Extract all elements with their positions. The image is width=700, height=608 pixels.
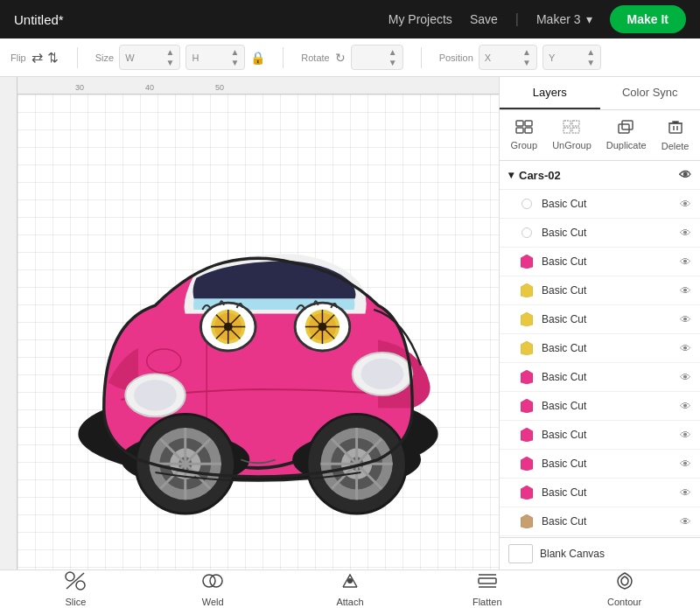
ruler-tick-50: 50 bbox=[215, 83, 224, 92]
width-stepper[interactable]: ▲▼ bbox=[166, 47, 175, 67]
top-nav: Untitled* My Projects Save | Maker 3 ▾ M… bbox=[0, 0, 700, 38]
layer-icon-1 bbox=[519, 196, 535, 212]
svg-rect-44 bbox=[516, 128, 523, 133]
layer-name-11: Basic Cut bbox=[542, 486, 673, 499]
x-stepper[interactable]: ▲▼ bbox=[522, 47, 531, 67]
width-input[interactable] bbox=[135, 52, 166, 64]
canvas-area[interactable]: 30 40 50 bbox=[0, 77, 499, 570]
y-label: Y bbox=[549, 52, 555, 63]
tab-layers[interactable]: Layers bbox=[500, 77, 600, 109]
weld-tool[interactable]: Weld bbox=[186, 571, 239, 607]
layer-row[interactable]: Basic Cut 👁 bbox=[500, 363, 700, 392]
height-stepper[interactable]: ▲▼ bbox=[230, 47, 239, 67]
layer-eye-8[interactable]: 👁 bbox=[680, 400, 691, 413]
contour-label: Contour bbox=[607, 597, 641, 607]
svg-rect-46 bbox=[564, 121, 570, 126]
maker-select[interactable]: Maker 3 ▾ bbox=[536, 12, 592, 26]
blank-canvas-label: Blank Canvas bbox=[540, 548, 605, 560]
x-label: X bbox=[485, 52, 491, 63]
layer-eye-4[interactable]: 👁 bbox=[680, 284, 691, 297]
layer-row[interactable]: Basic Cut 👁 bbox=[500, 507, 700, 536]
delete-button[interactable]: Delete bbox=[656, 117, 695, 153]
flatten-icon bbox=[477, 571, 498, 595]
layer-eye-12[interactable]: 👁 bbox=[680, 515, 691, 528]
weld-label: Weld bbox=[202, 597, 224, 607]
svg-point-57 bbox=[210, 575, 222, 587]
svg-rect-45 bbox=[525, 128, 532, 133]
layer-eye-7[interactable]: 👁 bbox=[680, 371, 691, 384]
svg-point-16 bbox=[318, 323, 327, 332]
lock-icon[interactable]: 🔒 bbox=[250, 51, 265, 65]
slice-tool[interactable]: Slice bbox=[49, 571, 102, 607]
vertical-ruler bbox=[0, 77, 18, 570]
layer-eye-5[interactable]: 👁 bbox=[680, 313, 691, 326]
car-illustration bbox=[52, 147, 464, 549]
group-eye-icon[interactable]: 👁 bbox=[679, 168, 691, 182]
sep3 bbox=[421, 47, 422, 68]
layer-row[interactable]: Basic Cut 👁 bbox=[500, 190, 700, 219]
flatten-tool[interactable]: Flatten bbox=[461, 571, 514, 607]
tab-color-sync[interactable]: Color Sync bbox=[600, 77, 701, 109]
layer-name-12: Basic Cut bbox=[542, 515, 673, 528]
x-input[interactable] bbox=[491, 52, 522, 64]
layer-eye-2[interactable]: 👁 bbox=[680, 227, 691, 240]
canvas-grid bbox=[18, 94, 499, 570]
svg-rect-60 bbox=[479, 578, 496, 584]
ungroup-button[interactable]: UnGroup bbox=[547, 118, 597, 152]
layer-eye-11[interactable]: 👁 bbox=[680, 486, 691, 500]
nav-links: My Projects Save | Maker 3 ▾ Make It bbox=[388, 5, 686, 33]
layer-name-6: Basic Cut bbox=[542, 342, 673, 354]
layer-eye-9[interactable]: 👁 bbox=[680, 429, 691, 442]
layer-icon-4 bbox=[519, 283, 535, 298]
layer-eye-1[interactable]: 👁 bbox=[680, 198, 691, 211]
svg-point-19 bbox=[361, 359, 404, 389]
layer-row[interactable]: Basic Cut 👁 bbox=[500, 421, 700, 450]
sep1 bbox=[77, 47, 78, 68]
layer-row[interactable]: Basic Cut 👁 bbox=[500, 392, 700, 421]
layer-row[interactable]: Basic Cut 👁 bbox=[500, 334, 700, 363]
save-button[interactable]: Save bbox=[470, 12, 498, 26]
height-input[interactable] bbox=[199, 52, 230, 64]
svg-rect-43 bbox=[525, 121, 532, 126]
layer-name-4: Basic Cut bbox=[542, 284, 673, 297]
attach-tool[interactable]: Attach bbox=[324, 571, 376, 607]
make-it-button[interactable]: Make It bbox=[610, 5, 686, 33]
svg-rect-49 bbox=[572, 128, 579, 133]
group-chevron-icon[interactable]: ▾ bbox=[508, 169, 514, 181]
delete-label: Delete bbox=[662, 141, 690, 151]
rotate-stepper[interactable]: ▲▼ bbox=[388, 47, 397, 67]
rotate-input[interactable] bbox=[357, 52, 388, 64]
layers-section: ▾ Cars-02 👁 Basic Cut 👁 Basic Cut 👁 Basi… bbox=[500, 161, 700, 537]
layer-row[interactable]: Basic Cut 👁 bbox=[500, 276, 700, 305]
svg-point-9 bbox=[224, 323, 233, 332]
y-input[interactable] bbox=[555, 52, 586, 64]
layer-row[interactable]: Basic Cut 👁 bbox=[500, 219, 700, 248]
flip-h-icon[interactable]: ⇄ bbox=[32, 49, 43, 66]
position-group: Position X ▲▼ Y ▲▼ bbox=[439, 45, 602, 70]
layer-row[interactable]: Basic Cut 👁 bbox=[500, 536, 700, 537]
group-header: ▾ Cars-02 👁 bbox=[500, 161, 700, 190]
layer-row[interactable]: Basic Cut 👁 bbox=[500, 479, 700, 507]
layer-row[interactable]: Basic Cut 👁 bbox=[500, 305, 700, 334]
flip-v-icon[interactable]: ⇄ bbox=[46, 52, 62, 63]
y-stepper[interactable]: ▲▼ bbox=[586, 47, 595, 67]
layer-eye-3[interactable]: 👁 bbox=[680, 255, 691, 269]
layer-icon-3 bbox=[519, 254, 535, 269]
duplicate-button[interactable]: Duplicate bbox=[601, 118, 652, 152]
svg-rect-51 bbox=[619, 124, 629, 133]
rotate-icon: ↻ bbox=[335, 51, 346, 65]
ruler-tick-40: 40 bbox=[145, 83, 154, 92]
my-projects-link[interactable]: My Projects bbox=[388, 12, 452, 26]
contour-tool[interactable]: Contour bbox=[598, 571, 651, 607]
layer-name-3: Basic Cut bbox=[542, 255, 673, 268]
layer-name-7: Basic Cut bbox=[542, 371, 673, 383]
layer-row[interactable]: Basic Cut 👁 bbox=[500, 450, 700, 479]
blank-canvas-row[interactable]: Blank Canvas bbox=[500, 537, 700, 570]
blank-canvas-swatch bbox=[508, 544, 533, 563]
layer-row[interactable]: Basic Cut 👁 bbox=[500, 248, 700, 276]
layer-eye-10[interactable]: 👁 bbox=[680, 458, 691, 471]
layer-eye-6[interactable]: 👁 bbox=[680, 342, 691, 355]
group-button[interactable]: Group bbox=[506, 118, 543, 152]
h-label: H bbox=[192, 52, 199, 63]
panel-tabs: Layers Color Sync bbox=[500, 77, 700, 110]
